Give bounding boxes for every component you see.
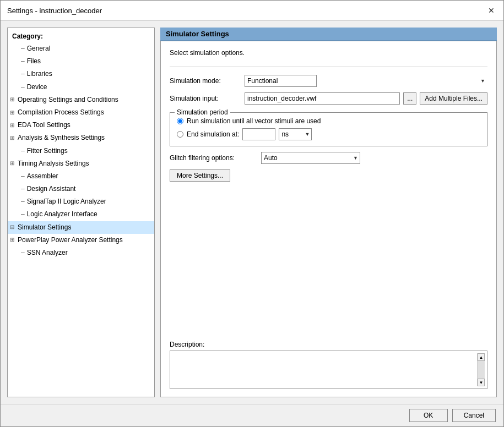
sidebar-item-label: Analysis & Synthesis Settings bbox=[18, 133, 105, 143]
close-button[interactable]: ✕ bbox=[486, 5, 497, 16]
sidebar-item-label: Compilation Process Settings bbox=[18, 107, 104, 118]
time-unit-select[interactable]: nspsusms bbox=[279, 128, 312, 140]
scroll-track bbox=[478, 361, 485, 379]
expand-icon: ⊞ bbox=[10, 121, 17, 130]
description-label: Description: bbox=[170, 341, 487, 348]
sidebar-item-design-assistant[interactable]: –Design Assistant bbox=[8, 183, 154, 195]
simulation-input-row: Simulation input: ... Add Multiple Files… bbox=[170, 92, 487, 105]
sidebar: Category: –General–Files–Libraries–Devic… bbox=[7, 28, 155, 397]
panel-title: Simulator Settings bbox=[160, 28, 497, 41]
cancel-button[interactable]: Cancel bbox=[452, 409, 496, 422]
ok-button[interactable]: OK bbox=[409, 409, 448, 422]
glitch-select-wrapper: AutoNoneDefault bbox=[261, 152, 360, 164]
glitch-filtering-label: Glitch filtering options: bbox=[170, 154, 258, 162]
sidebar-item-label: Logic Analyzer Interface bbox=[27, 209, 97, 220]
glitch-select[interactable]: AutoNoneDefault bbox=[261, 152, 360, 164]
sidebar-item-label: General bbox=[27, 43, 51, 54]
settings-content: Select simulation options. Simulation mo… bbox=[160, 41, 497, 397]
description-section: Description: ▲ ▼ bbox=[170, 341, 487, 389]
end-radio-label: End simulation at: bbox=[187, 130, 239, 138]
run-radio-row: Run simulation until all vector stimuli … bbox=[177, 117, 480, 125]
glitch-filtering-row: Glitch filtering options: AutoNoneDefaul… bbox=[170, 152, 487, 164]
expand-icon: ⊞ bbox=[10, 159, 17, 168]
sidebar-item-label: Design Assistant bbox=[27, 184, 76, 194]
sidebar-item-label: Device bbox=[27, 82, 47, 92]
sidebar-item-label: EDA Tool Settings bbox=[18, 120, 71, 130]
sidebar-item-signaltap-ii-logic-analyzer[interactable]: –SignalTap II Logic Analyzer bbox=[8, 195, 154, 208]
end-time-input[interactable] bbox=[242, 128, 275, 140]
expand-icon: ⊞ bbox=[10, 95, 17, 104]
scroll-down-button[interactable]: ▼ bbox=[478, 379, 485, 386]
sidebar-item-general[interactable]: –General bbox=[8, 42, 154, 55]
add-multiple-files-button[interactable]: Add Multiple Files... bbox=[420, 92, 487, 105]
sidebar-item-assembler[interactable]: –Assembler bbox=[8, 170, 154, 183]
sidebar-item-analysis--synthesis-settings[interactable]: ⊞Analysis & Synthesis Settings bbox=[8, 132, 154, 144]
run-radio-label: Run simulation until all vector stimuli … bbox=[187, 117, 321, 125]
end-radio[interactable] bbox=[177, 131, 183, 138]
sidebar-item-label: SSN Analyzer bbox=[27, 248, 68, 258]
sidebar-item-label: Timing Analysis Settings bbox=[18, 158, 89, 169]
simulation-input-label: Simulation input: bbox=[170, 95, 241, 102]
more-settings-button[interactable]: More Settings... bbox=[170, 169, 230, 182]
sidebar-item-powerplay-power-analyzer-settings[interactable]: ⊞PowerPlay Power Analyzer Settings bbox=[8, 234, 154, 247]
window-title: Settings - instruction_decoder bbox=[7, 7, 102, 15]
section-description: Select simulation options. bbox=[170, 49, 487, 57]
description-scrollbar: ▲ ▼ bbox=[477, 353, 485, 386]
sidebar-item-libraries[interactable]: –Libraries bbox=[8, 68, 154, 80]
spacer bbox=[170, 187, 487, 333]
simulation-mode-select-wrapper: FunctionalTimingTiming (Fast Model) bbox=[245, 75, 487, 87]
expand-icon: ⊞ bbox=[10, 236, 17, 244]
simulation-input-field[interactable] bbox=[245, 92, 400, 105]
simulation-period-group: Simulation period Run simulation until a… bbox=[170, 112, 487, 146]
sidebar-item-device[interactable]: –Device bbox=[8, 81, 154, 94]
sidebar-item-operating-settings-and-conditions[interactable]: ⊞Operating Settings and Conditions bbox=[8, 94, 154, 106]
sidebar-item-label: Simulator Settings bbox=[18, 222, 71, 233]
scroll-up-button[interactable]: ▲ bbox=[478, 353, 485, 361]
end-radio-row: End simulation at: nspsusms bbox=[177, 128, 480, 140]
main-panel: Simulator Settings Select simulation opt… bbox=[160, 28, 497, 397]
description-box: ▲ ▼ bbox=[170, 351, 487, 389]
simulation-period-legend: Simulation period bbox=[175, 108, 230, 116]
simulation-mode-row: Simulation mode: FunctionalTimingTiming … bbox=[170, 75, 487, 87]
sidebar-item-simulator-settings[interactable]: ⊟Simulator Settings bbox=[8, 221, 154, 234]
expand-icon: ⊟ bbox=[10, 223, 17, 232]
sidebar-item-files[interactable]: –Files bbox=[8, 55, 154, 68]
description-textarea[interactable] bbox=[172, 353, 477, 386]
divider bbox=[170, 67, 487, 67]
simulation-mode-label: Simulation mode: bbox=[170, 77, 241, 85]
ns-select-wrapper: nspsusms bbox=[279, 128, 312, 140]
dialog-footer: OK Cancel bbox=[1, 404, 503, 426]
sidebar-item-label: Assembler bbox=[27, 171, 58, 182]
sidebar-item-label: PowerPlay Power Analyzer Settings bbox=[18, 235, 123, 245]
browse-button[interactable]: ... bbox=[403, 92, 416, 105]
simulation-mode-select[interactable]: FunctionalTimingTiming (Fast Model) bbox=[245, 75, 317, 87]
sidebar-item-logic-analyzer-interface[interactable]: –Logic Analyzer Interface bbox=[8, 208, 154, 221]
dialog-content: Category: –General–Files–Libraries–Devic… bbox=[1, 21, 503, 404]
title-bar: Settings - instruction_decoder ✕ bbox=[1, 1, 503, 21]
sidebar-item-label: Operating Settings and Conditions bbox=[18, 95, 118, 105]
sidebar-item-eda-tool-settings[interactable]: ⊞EDA Tool Settings bbox=[8, 119, 154, 132]
sidebar-item-fitter-settings[interactable]: –Fitter Settings bbox=[8, 145, 154, 157]
sidebar-item-label: Libraries bbox=[27, 69, 52, 79]
expand-icon: ⊞ bbox=[10, 108, 17, 117]
run-radio[interactable] bbox=[177, 118, 183, 124]
sidebar-item-label: Fitter Settings bbox=[27, 146, 68, 156]
sidebar-item-timing-analysis-settings[interactable]: ⊞Timing Analysis Settings bbox=[8, 157, 154, 170]
sidebar-item-ssn-analyzer[interactable]: –SSN Analyzer bbox=[8, 247, 154, 259]
settings-dialog: Settings - instruction_decoder ✕ Categor… bbox=[0, 0, 504, 427]
sidebar-item-compilation-process-settings[interactable]: ⊞Compilation Process Settings bbox=[8, 106, 154, 119]
expand-icon: ⊞ bbox=[10, 134, 17, 143]
category-label: Category: bbox=[8, 30, 154, 42]
sidebar-item-label: Files bbox=[27, 56, 41, 67]
sidebar-item-label: SignalTap II Logic Analyzer bbox=[27, 196, 106, 207]
